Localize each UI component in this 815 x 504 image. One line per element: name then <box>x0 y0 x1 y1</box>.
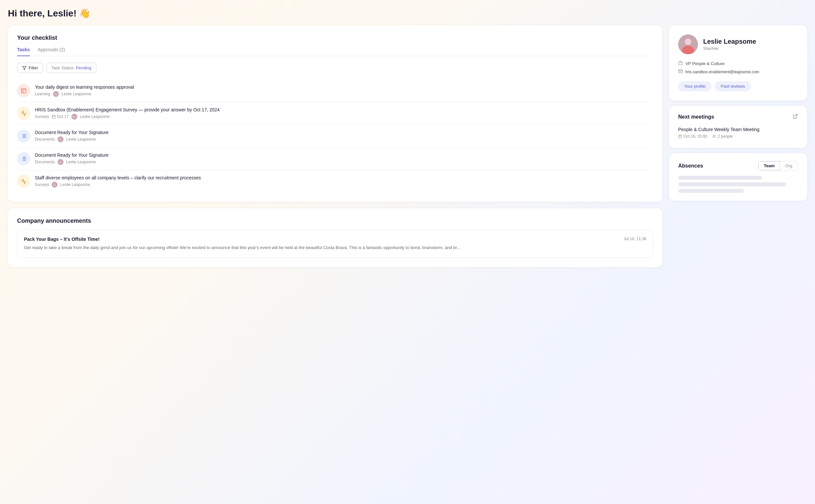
task-meta: Documents LL Leslie Leapsome <box>35 136 653 142</box>
loading-bar-2 <box>678 182 786 186</box>
checklist-card: Your checklist Tasks Approvals (2) Filte… <box>8 25 663 202</box>
profile-card: Leslie Leapsome She/Her VP People & Cult… <box>669 25 807 101</box>
absences-toggle: Team Org <box>758 161 798 171</box>
task-icon-survey <box>17 107 30 120</box>
toggle-org-button[interactable]: Org <box>780 161 798 170</box>
tab-tasks[interactable]: Tasks <box>17 47 30 56</box>
meeting-attendees-item: 2 people <box>712 134 733 139</box>
email-icon <box>678 69 683 75</box>
absences-title: Absences <box>678 163 703 169</box>
task-item[interactable]: Your daily digest on learning responses … <box>17 80 653 102</box>
avatar: LL <box>58 159 63 165</box>
page-greeting: Hi there, Leslie! 👋 <box>8 8 807 19</box>
task-assignee: Leslie Leapsome <box>66 160 96 164</box>
svg-line-22 <box>795 114 797 117</box>
filter-button[interactable]: Filter <box>17 63 43 73</box>
meeting-date: Oct 16, 15:00 <box>684 134 707 139</box>
announcement-title: Pack Your Bags – It's Offsite Time! <box>24 237 100 242</box>
task-assignee: Leslie Leapsome <box>60 182 90 187</box>
task-assignee: Leslie Leapsome <box>80 114 110 119</box>
checklist-tabs: Tasks Approvals (2) <box>17 47 653 56</box>
tab-approvals[interactable]: Approvals (2) <box>38 47 65 56</box>
meeting-name: People & Culture Weekly Team Meeting <box>678 127 798 132</box>
meeting-attendees: 2 people <box>718 134 733 139</box>
task-tag: Surveys <box>35 182 49 187</box>
task-title: Document Ready for Your Signature <box>35 130 653 135</box>
status-label: Task Status: <box>51 65 75 70</box>
meeting-meta: Oct 16, 15:00 2 people <box>678 134 798 139</box>
task-icon-document <box>17 129 30 143</box>
task-list: Your daily digest on learning responses … <box>17 80 653 193</box>
briefcase-icon <box>678 61 683 66</box>
task-item[interactable]: Staff diverse employees on all company l… <box>17 170 653 193</box>
task-content: Your daily digest on learning responses … <box>35 84 653 97</box>
past-reviews-button[interactable]: Past reviews <box>715 81 751 91</box>
absences-loading <box>678 176 798 193</box>
profile-info: Leslie Leapsome She/Her <box>703 38 756 51</box>
absences-card: Absences Team Org <box>669 153 807 201</box>
task-status-button[interactable]: Task Status: Pending <box>46 63 96 73</box>
profile-pronouns: She/Her <box>703 46 756 51</box>
profile-role-item: VP People & Culture <box>678 61 798 66</box>
task-content: HRIS Sandbox (Enablement) Engagement Sur… <box>35 107 653 120</box>
task-assignee: Leslie Leapsome <box>61 92 91 96</box>
filter-label: Filter <box>29 65 38 70</box>
calendar-icon <box>678 134 682 138</box>
task-title: Staff diverse employees on all company l… <box>35 175 653 180</box>
filter-bar: Filter Task Status: Pending <box>17 63 653 73</box>
external-link-icon[interactable] <box>793 114 798 120</box>
profile-header: Leslie Leapsome She/Her <box>678 34 798 54</box>
avatar: LL <box>52 182 58 188</box>
svg-rect-23 <box>679 135 682 138</box>
svg-point-27 <box>713 135 715 136</box>
loading-bar-1 <box>678 176 762 180</box>
profile-avatar <box>678 34 698 54</box>
checklist-title: Your checklist <box>17 34 653 41</box>
meetings-title: Next meetings <box>678 114 714 120</box>
meetings-header: Next meetings <box>678 114 798 120</box>
avatar: LL <box>71 114 77 120</box>
svg-rect-1 <box>21 88 26 93</box>
calendar-icon <box>52 115 56 119</box>
avatar-image <box>678 34 698 54</box>
task-content: Document Ready for Your Signature Docume… <box>35 152 653 165</box>
meetings-card: Next meetings People & Culture Weekly Te… <box>669 106 807 148</box>
profile-actions: Your profile Past reviews <box>678 81 798 91</box>
task-icon-survey <box>17 175 30 188</box>
task-date: Oct 17 <box>57 114 68 119</box>
profile-email-item: hris.sandbox.enablement@leapsome.com <box>678 69 798 75</box>
task-meta: Surveys LL Leslie Leapsome <box>35 182 653 188</box>
task-tag: Learning <box>35 92 50 96</box>
task-item[interactable]: HRIS Sandbox (Enablement) Engagement Sur… <box>17 102 653 125</box>
announcements-card: Company announcements Pack Your Bags – I… <box>8 208 663 267</box>
announcement-date: Jul 16, 11:38 <box>624 237 646 241</box>
toggle-team-button[interactable]: Team <box>758 161 780 170</box>
task-meta: Surveys Oct 17 LL Leslie Leapsome <box>35 114 653 120</box>
date-tag: Oct 17 <box>52 114 68 119</box>
profile-details: VP People & Culture hris.sandbox.enablem… <box>678 61 798 75</box>
loading-bar-3 <box>678 189 744 193</box>
task-item[interactable]: Document Ready for Your Signature Docume… <box>17 148 653 170</box>
meeting-item[interactable]: People & Culture Weekly Team Meeting Oct… <box>678 126 798 140</box>
svg-marker-0 <box>22 66 26 70</box>
task-tag: Surveys <box>35 114 49 119</box>
task-item[interactable]: Document Ready for Your Signature Docume… <box>17 125 653 148</box>
people-icon <box>712 134 716 138</box>
absences-header: Absences Team Org <box>678 161 798 171</box>
profile-email: hris.sandbox.enablement@leapsome.com <box>686 70 759 74</box>
task-meta: Documents LL Leslie Leapsome <box>35 159 653 165</box>
meeting-date-item: Oct 16, 15:00 <box>678 134 707 139</box>
announcement-item[interactable]: Pack Your Bags – It's Offsite Time! Jul … <box>17 230 653 258</box>
task-title: HRIS Sandbox (Enablement) Engagement Sur… <box>35 107 653 112</box>
announcement-header: Pack Your Bags – It's Offsite Time! Jul … <box>24 237 646 242</box>
announcements-title: Company announcements <box>17 218 653 224</box>
avatar: LL <box>53 91 59 97</box>
your-profile-button[interactable]: Your profile <box>678 81 711 91</box>
svg-rect-21 <box>679 62 683 65</box>
filter-icon <box>22 66 27 70</box>
profile-name: Leslie Leapsome <box>703 38 756 45</box>
task-title: Document Ready for Your Signature <box>35 152 653 158</box>
avatar: LL <box>58 136 63 142</box>
status-value: Pending <box>76 65 91 70</box>
task-title: Your daily digest on learning responses … <box>35 84 653 90</box>
